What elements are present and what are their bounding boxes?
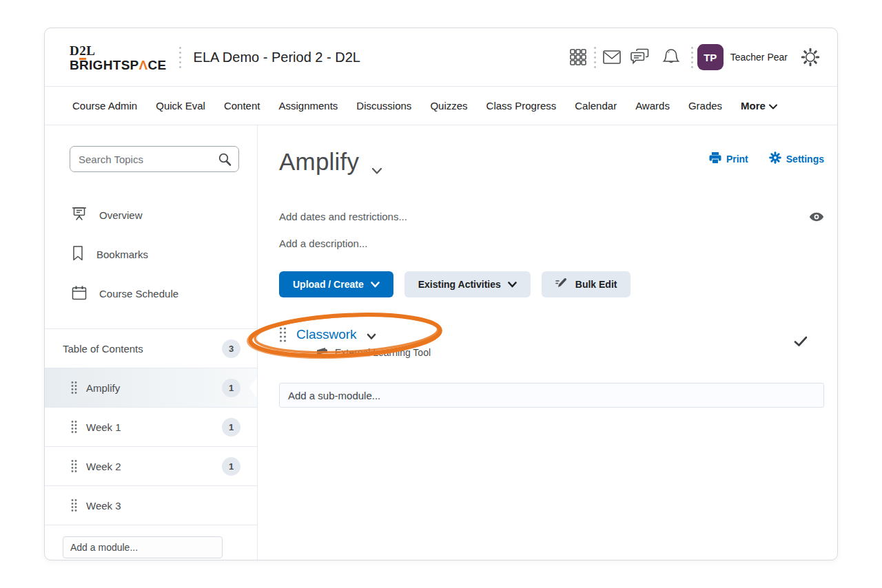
- sidebar-module-amplify[interactable]: Amplify 1: [45, 368, 257, 408]
- external-learning-tool-icon: [316, 347, 328, 358]
- module-label: Week 2: [86, 461, 121, 472]
- sidebar-item-label: Bookmarks: [96, 249, 148, 260]
- top-header: D2L BRIGHTSPΛCE ELA Demo - Period 2 - D2…: [45, 28, 837, 86]
- chevron-down-icon: [769, 100, 777, 112]
- bulk-edit-button[interactable]: Bulk Edit: [542, 271, 631, 297]
- course-title[interactable]: ELA Demo - Period 2 - D2L: [194, 50, 360, 65]
- drag-handle-icon[interactable]: [279, 326, 287, 343]
- header-divider: [691, 45, 693, 69]
- brightspace-logo[interactable]: D2L BRIGHTSPΛCE: [70, 44, 167, 72]
- module-label: Week 3: [86, 500, 121, 512]
- logo-line-brightspace: BRIGHTSPΛCE: [70, 59, 167, 72]
- notifications-bell-icon[interactable]: [659, 45, 683, 69]
- sidebar-module-week-2[interactable]: Week 2 1: [45, 447, 257, 486]
- drag-handle-icon[interactable]: [71, 459, 77, 473]
- toc-header-row[interactable]: Table of Contents 3: [45, 329, 257, 368]
- existing-activities-button[interactable]: Existing Activities: [404, 271, 531, 297]
- presentation-screen-icon: [71, 206, 88, 224]
- header-divider: [594, 45, 596, 69]
- module-type-label: External Learning Tool: [335, 347, 431, 358]
- app-window: D2L BRIGHTSPΛCE ELA Demo - Period 2 - D2…: [44, 28, 838, 560]
- mail-icon[interactable]: [600, 45, 624, 69]
- drag-handle-icon[interactable]: [71, 420, 77, 434]
- table-of-contents: Table of Contents 3 Amplify 1 Week 1 1: [45, 328, 257, 558]
- add-module-input[interactable]: [63, 536, 223, 558]
- sidebar-module-week-1[interactable]: Week 1 1: [45, 408, 257, 447]
- nav-assignments[interactable]: Assignments: [278, 100, 338, 112]
- logo-line-d2l: D2L: [70, 44, 167, 57]
- sidebar-module-week-3[interactable]: Week 3: [45, 486, 257, 525]
- chevron-down-icon[interactable]: [371, 153, 382, 180]
- avatar[interactable]: TP: [697, 44, 724, 70]
- content-sidebar: Overview Bookmarks Course Schedule: [45, 125, 258, 560]
- nav-calendar[interactable]: Calendar: [575, 100, 617, 112]
- chevron-down-icon[interactable]: [367, 330, 376, 343]
- sidebar-item-overview[interactable]: Overview: [45, 196, 257, 235]
- nav-class-progress[interactable]: Class Progress: [486, 100, 557, 112]
- module-count-badge: 1: [222, 457, 240, 476]
- visibility-eye-icon[interactable]: [809, 212, 824, 222]
- module-count-badge: 1: [222, 418, 240, 437]
- nav-quick-eval[interactable]: Quick Eval: [156, 100, 205, 112]
- module-count-badge: 1: [222, 379, 240, 397]
- module-item-classwork: Classwork External Learning Tool: [279, 326, 824, 358]
- admin-gear-icon[interactable]: [799, 45, 822, 69]
- bookmark-icon: [71, 245, 85, 264]
- gear-icon: [769, 151, 781, 166]
- sidebar-item-bookmarks[interactable]: Bookmarks: [45, 235, 257, 274]
- module-label: Week 1: [86, 421, 121, 433]
- drag-handle-icon[interactable]: [71, 498, 77, 512]
- add-submodule-input[interactable]: [279, 383, 824, 408]
- nav-content[interactable]: Content: [224, 100, 260, 112]
- app-launcher-icon[interactable]: [566, 45, 590, 69]
- settings-button[interactable]: Settings: [769, 151, 824, 166]
- add-dates-restrictions-link[interactable]: Add dates and restrictions...: [279, 211, 407, 222]
- main-content: Amplify Print: [258, 125, 837, 560]
- nav-quizzes[interactable]: Quizzes: [430, 100, 467, 112]
- print-button[interactable]: Print: [709, 151, 748, 166]
- nav-grades[interactable]: Grades: [688, 100, 722, 112]
- chat-icon[interactable]: [628, 45, 651, 69]
- search-icon[interactable]: [217, 151, 232, 169]
- nav-discussions[interactable]: Discussions: [356, 100, 411, 112]
- module-label: Amplify: [86, 382, 120, 394]
- page-title[interactable]: Amplify: [279, 143, 382, 180]
- search-input[interactable]: [70, 146, 239, 172]
- add-description-link[interactable]: Add a description...: [279, 238, 367, 249]
- header-divider: [179, 45, 181, 69]
- nav-awards[interactable]: Awards: [635, 100, 670, 112]
- printer-icon: [709, 151, 721, 166]
- course-navbar: Course Admin Quick Eval Content Assignme…: [45, 86, 837, 125]
- nav-more[interactable]: More: [741, 100, 777, 112]
- pencil-edit-icon: [555, 277, 568, 291]
- toc-count-badge: 3: [222, 339, 240, 358]
- drag-handle-icon[interactable]: [71, 381, 77, 395]
- user-name[interactable]: Teacher Pear: [730, 52, 788, 63]
- upload-create-button[interactable]: Upload / Create: [279, 271, 393, 297]
- completion-checkmark-icon: [794, 336, 808, 350]
- module-link-classwork[interactable]: Classwork: [296, 327, 357, 342]
- sidebar-item-label: Course Schedule: [99, 288, 178, 300]
- nav-course-admin[interactable]: Course Admin: [72, 100, 137, 112]
- sidebar-item-course-schedule[interactable]: Course Schedule: [45, 274, 257, 313]
- calendar-icon: [71, 284, 88, 303]
- toc-label: Table of Contents: [63, 343, 143, 355]
- sidebar-item-label: Overview: [99, 209, 143, 221]
